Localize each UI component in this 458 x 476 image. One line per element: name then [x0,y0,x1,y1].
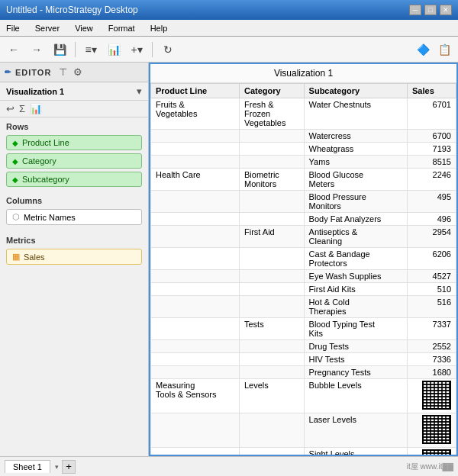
table-cell: Drug Tests [304,340,407,353]
menu-file[interactable]: File [3,22,23,34]
window-title-bar: Untitled - MicroStrategy Desktop ─ □ ✕ [0,0,458,20]
table-cell: Watercress [304,130,407,143]
table-cell [240,413,305,448]
undo-icon[interactable]: ↩ [6,103,15,114]
category-diamond: ◆ [12,157,18,166]
toolbar: ← → 💾 ≡▾ 📊 +▾ ↻ 🔷 📋 [0,37,458,63]
viz-dropdown-icon[interactable]: ▾ [137,85,142,97]
rows-section-label: Rows [0,117,148,133]
table-row: Yams8515 [151,156,456,169]
status-bar: Sheet 1 ▾ + it屋 www.it▓▓ [0,456,458,476]
back-button[interactable]: ← [5,40,23,59]
columns-section: Columns ⬡ Metric Names [0,191,148,227]
data-button[interactable]: ≡▾ [82,40,100,59]
minimize-button[interactable]: ─ [409,5,421,15]
sheet-tab-dropdown[interactable]: ▾ [55,463,59,471]
table-row: Health CareBiometricMonitorsBlood Glucos… [151,169,456,191]
window-controls: ─ □ ✕ [409,5,452,15]
viz-name: Visualization 1 [6,87,64,96]
save-button[interactable]: 💾 [50,40,69,59]
table-row: Laser Levels [151,413,456,448]
table-cell: Blood Typing TestKits [304,318,407,340]
filter-icon[interactable]: ⊤ [59,66,67,78]
table-cell: Sight Levels [304,448,407,457]
table-cell: Wheatgrass [304,143,407,156]
table-row: Eye Wash Supplies4527 [151,270,456,283]
subcategory-diamond: ◆ [12,175,18,184]
sheet-tab[interactable]: Sheet 1 [5,460,50,473]
table-row: TestsBlood Typing TestKits7337 [151,318,456,340]
left-panel: ✏ EDITOR ⊤ ⚙ Visualization 1 ▾ ↩ Σ 📊 Row… [0,63,149,456]
table-row: Cast & BandageProtectors6206 [151,248,456,270]
table-cell: Water Chestnuts [304,98,407,130]
close-button[interactable]: ✕ [440,5,452,15]
editor-label: EDITOR [15,68,51,77]
metric-names-label: Metric Names [24,213,76,222]
table-cell [240,270,305,283]
table-cell [151,296,240,318]
table-cell [240,283,305,296]
table-row: HIV Tests7336 [151,353,456,366]
table-cell [151,213,240,226]
chart-button[interactable]: 📊 [105,40,123,59]
separator-1 [75,42,76,57]
table-cell: Hot & ColdTherapies [304,296,407,318]
table-cell: MeasuringTools & Sensors [151,379,240,413]
settings-icon[interactable]: ⚙ [73,66,82,78]
extra-btn-2[interactable]: 📋 [435,40,453,59]
extra-btn-1[interactable]: 🔷 [414,40,432,59]
table-cell [240,213,305,226]
editor-icon: ✏ [5,68,11,76]
main-layout: ✏ EDITOR ⊤ ⚙ Visualization 1 ▾ ↩ Σ 📊 Row… [0,63,458,456]
sales-cell: 7193 [408,143,456,156]
sigma-icon[interactable]: Σ [19,103,25,114]
subcategory-pill[interactable]: ◆ Subcategory [6,172,142,187]
sales-cell: 516 [408,296,456,318]
add-button[interactable]: +▾ [127,40,146,59]
table-cell [151,366,240,379]
sales-cell: 6701 [408,98,456,130]
sales-label: Sales [24,252,45,262]
columns-section-label: Columns [0,191,148,207]
table-cell: Yams [304,156,407,169]
table-cell: Pregnancy Tests [304,366,407,379]
metrics-section-label: Metrics [0,231,148,247]
table-cell: Cast & BandageProtectors [304,248,407,270]
sales-cell: 1680 [408,366,456,379]
table-cell [240,130,305,143]
table-cell [151,318,240,340]
menu-format[interactable]: Format [105,22,138,34]
product-line-label: Product Line [22,138,69,147]
table-row: First Aid Kits510 [151,283,456,296]
table-cell [151,226,240,248]
table-row: Fruits &VegetablesFresh &FrozenVegetable… [151,98,456,130]
metric-names-pill: ⬡ Metric Names [6,209,142,225]
menu-help[interactable]: Help [147,22,171,34]
category-pill[interactable]: ◆ Category [6,153,142,169]
sales-cell [408,413,456,448]
sales-pill[interactable]: ▦ Sales [6,249,142,265]
table-cell [151,143,240,156]
table-cell [151,270,240,283]
table-row: Blood PressureMonitors495 [151,191,456,213]
col-header-subcategory: Subcategory [304,84,407,98]
menu-server[interactable]: Server [32,22,63,34]
add-sheet-button[interactable]: + [62,460,76,474]
window-title: Untitled - MicroStrategy Desktop [6,5,138,15]
sales-cell: 495 [408,191,456,213]
separator-2 [152,42,153,57]
sales-cell: 8515 [408,156,456,169]
table-row: MeasuringTools & SensorsLevelsBubble Lev… [151,379,456,413]
chart-small-icon[interactable]: 📊 [30,103,42,114]
maximize-button[interactable]: □ [424,5,437,15]
sales-cell: 6206 [408,248,456,270]
refresh-button[interactable]: ↻ [159,40,177,59]
data-table: Product Line Category Subcategory Sales … [150,83,456,456]
table-cell [151,340,240,353]
menu-view[interactable]: View [72,22,96,34]
subcategory-label: Subcategory [22,175,69,184]
forward-button[interactable]: → [27,40,46,59]
table-cell [240,448,305,457]
table-cell [240,340,305,353]
product-line-pill[interactable]: ◆ Product Line [6,135,142,150]
